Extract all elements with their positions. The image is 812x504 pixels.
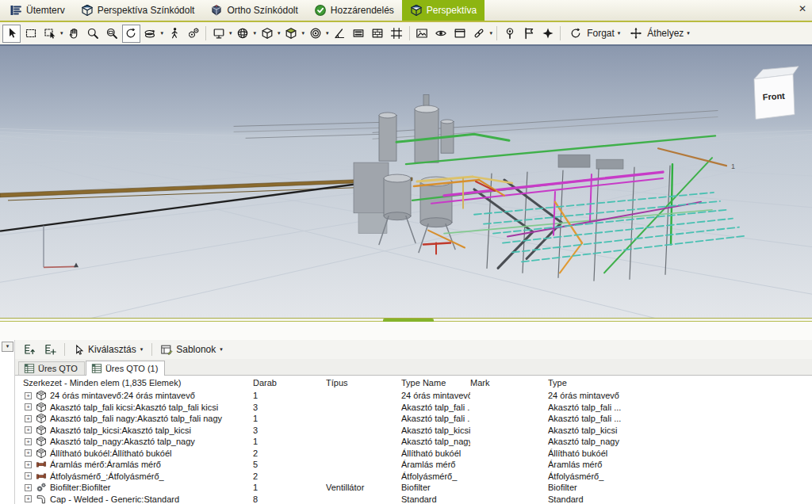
qto-row[interactable]: +Biofilter:Biofilter1VentillátorBiofilte… — [15, 482, 812, 494]
qto-tab-0[interactable]: Üres QTO — [18, 361, 85, 375]
walk-tool[interactable] — [165, 25, 183, 43]
select-options-dropdown[interactable] — [40, 25, 59, 43]
column-header-structure[interactable]: Szerkezet - Minden elem (1,835 Elemek) — [15, 378, 253, 388]
qto-row[interactable]: +Akasztó talp_fali kicsi:Akasztó talp_fa… — [15, 402, 812, 414]
qto-row-name-cell: +Áramlás mérő:Áramlás mérő — [15, 459, 253, 471]
qto-row[interactable]: +Cap - Welded - Generic:Standard8Standar… — [15, 494, 812, 504]
qto-tab-label: Üres QTO (1) — [105, 364, 158, 373]
crop-tool[interactable] — [388, 25, 406, 43]
dropdown-arrow-icon: ▾ — [220, 346, 223, 353]
fly-tool[interactable] — [184, 25, 202, 43]
row-expander-icon[interactable]: + — [25, 461, 32, 468]
workbook-icon — [24, 363, 35, 374]
qto-row[interactable]: +Akasztó talp_kicsi:Akasztó talp_kicsi3A… — [15, 425, 812, 437]
column-header-type[interactable]: Type — [548, 378, 812, 388]
select-tool[interactable] — [2, 25, 21, 43]
row-expander-icon[interactable]: + — [25, 449, 32, 456]
row-expander-icon[interactable]: + — [25, 392, 32, 399]
materials-tool[interactable] — [369, 25, 387, 43]
qto-table-body: +24 órás mintavevő:24 órás mintavevő124 … — [15, 390, 812, 504]
templates-dropdown[interactable]: Sablonok ▾ — [157, 342, 227, 357]
row-expander-icon[interactable]: + — [25, 415, 32, 422]
column-header-tipus[interactable]: Típus — [326, 378, 401, 388]
flag-tool[interactable] — [519, 25, 538, 43]
rail-menu-button[interactable]: ▾ — [2, 342, 13, 352]
lights-tool[interactable] — [350, 25, 368, 43]
qto-cell-type: Átfolyásmérő_ — [548, 472, 812, 481]
dropdown-arrow-icon: ▾ — [302, 30, 305, 36]
header-tab-1[interactable]: Perspektíva Színkódolt — [73, 0, 203, 21]
header-tab-label: Hozzárendelés — [331, 5, 394, 16]
qto-row-name: Biofilter:Biofilter — [50, 483, 110, 492]
rotate-group[interactable]: Forgat ▾ — [564, 25, 623, 43]
qto-cell-type-name: Akasztó talp_nagy — [401, 437, 470, 446]
qto-row-name-cell: +Cap - Welded - Generic:Standard — [15, 493, 253, 504]
qto-cell-type: Akasztó talp_fali ... — [548, 414, 812, 423]
row-expander-icon[interactable]: + — [25, 472, 32, 479]
dropdown-arrow-icon: ▾ — [687, 30, 690, 36]
row-expander-icon[interactable]: + — [25, 438, 32, 445]
zoom-tool[interactable] — [84, 25, 102, 43]
expand-level-button[interactable] — [40, 342, 59, 357]
qto-row[interactable]: +24 órás mintavevő:24 órás mintavevő124 … — [15, 390, 812, 402]
link-dropdown[interactable] — [470, 25, 488, 43]
qto-row-name-cell: +Akasztó talp_fali kicsi:Akasztó talp_fa… — [15, 401, 253, 413]
column-header-mark[interactable]: Mark — [470, 378, 548, 388]
column-header-type-name[interactable]: Type Name — [401, 378, 470, 388]
qto-row[interactable]: +Átfolyásmérő_:Átfolyásmérő_2Átfolyásmér… — [15, 471, 812, 483]
zoom-window-tool[interactable] — [103, 25, 121, 43]
qto-row-name: Akasztó talp_fali kicsi:Akasztó talp_fal… — [50, 403, 218, 412]
close-icon[interactable]: ✕ — [799, 4, 806, 13]
qto-tab-1[interactable]: Üres QTO (1) — [86, 361, 165, 376]
render-style-dropdown[interactable] — [306, 25, 324, 43]
move-group[interactable]: Áthelyez ▾ — [624, 25, 693, 43]
shaded-view-dropdown[interactable] — [282, 25, 301, 43]
navigation-tool[interactable] — [538, 25, 557, 43]
collapse-level-button[interactable] — [20, 342, 39, 357]
toolbar-separator — [205, 26, 206, 40]
turntable-dropdown[interactable] — [141, 25, 159, 43]
header-tab-4[interactable]: Perspektíva — [402, 0, 485, 21]
row-expander-icon[interactable]: + — [25, 403, 32, 410]
qto-table-header: Szerkezet - Minden elem (1,835 Elemek) D… — [15, 376, 812, 390]
header-tab-3[interactable]: Hozzárendelés — [306, 0, 402, 21]
column-header-darab[interactable]: Darab — [253, 378, 326, 388]
window-tool[interactable] — [451, 25, 469, 43]
toolbar-separator — [409, 26, 410, 40]
qto-row-name: Akasztó talp_kicsi:Akasztó talp_kicsi — [50, 426, 191, 435]
visibility-tool[interactable] — [432, 25, 450, 43]
render-mode-dropdown[interactable] — [234, 25, 252, 43]
qto-cell-darab: 2 — [253, 472, 326, 481]
qto-row[interactable]: +Akasztó talp_nagy:Akasztó talp_nagy1Aka… — [15, 436, 812, 448]
qto-cell-type: Akasztó talp_nagy — [548, 437, 812, 446]
pan-tool[interactable] — [65, 25, 83, 43]
qto-cell-type: Áramlás mérő — [548, 460, 812, 469]
qto-row[interactable]: +Áramlás mérő:Áramlás mérő5Áramlás mérőÁ… — [15, 459, 812, 471]
marquee-select-tool[interactable] — [21, 25, 40, 43]
viewcube[interactable]: Front — [754, 67, 799, 120]
dropdown-arrow-icon: ▾ — [140, 346, 144, 353]
rotate-label: Forgat — [587, 28, 615, 39]
cube-view-dropdown[interactable] — [258, 25, 276, 43]
row-expander-icon[interactable]: + — [25, 426, 32, 433]
pin-tool[interactable] — [500, 25, 519, 43]
qto-cell-darab: 1 — [253, 483, 326, 492]
qto-row[interactable]: +Akasztó talp_fali nagy:Akasztó talp_fal… — [15, 413, 812, 425]
orbit-tool[interactable] — [122, 25, 140, 43]
row-expander-icon[interactable]: + — [25, 495, 32, 502]
qto-row-name: Cap - Welded - Generic:Standard — [50, 494, 179, 504]
row-expander-icon[interactable]: + — [25, 484, 32, 491]
image-tool[interactable] — [413, 25, 431, 43]
viewpoint-dropdown[interactable] — [209, 25, 228, 43]
qto-row-name: Áramlás mérő:Áramlás mérő — [50, 460, 161, 469]
header-tab-0[interactable]: Ütemterv — [2, 0, 73, 21]
panel-side-rail: ▾ — [0, 340, 15, 504]
selection-dropdown[interactable]: Kiválasztás ▾ — [70, 342, 147, 357]
viewport-3d[interactable]: 1 Front — [0, 44, 812, 318]
qto-cell-type-name: Akasztó talp_fali ... — [401, 414, 470, 423]
viewcube-front-label[interactable]: Front — [762, 91, 785, 102]
header-tab-2[interactable]: Ortho Színkódolt — [202, 0, 305, 21]
qto-row[interactable]: +Állítható bukóél:Állítható bukóél2Állít… — [15, 448, 812, 460]
measure-tool[interactable] — [331, 25, 349, 43]
viewport-3d-scene[interactable]: 1 Front — [0, 46, 812, 318]
